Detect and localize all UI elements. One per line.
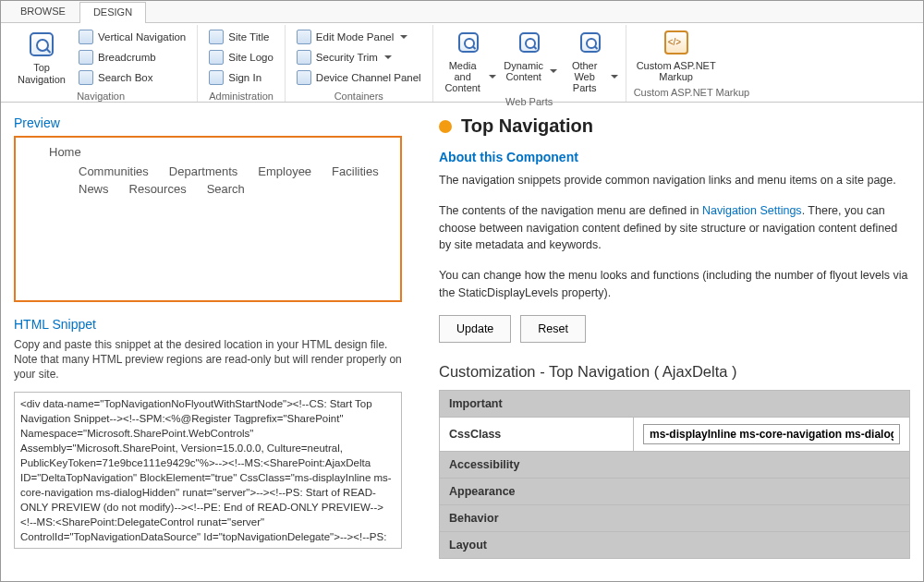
search-box-label: Search Box [98,72,152,83]
ribbon-tabs: BROWSE DESIGN [1,1,923,23]
about-paragraph: You can change how the menu looks and fu… [439,267,910,302]
preview-box: Home Communities Departments Employee Fa… [14,136,402,302]
square-icon [297,30,311,44]
top-navigation-label: Top Navigation [12,62,71,85]
site-logo-label: Site Logo [228,52,274,63]
media-content-button[interactable]: Media and Content [441,27,496,93]
search-box-button[interactable]: Search Box [75,67,189,88]
vertical-navigation-label: Vertical Navigation [98,31,186,42]
markup-icon [664,30,688,55]
about-paragraph: The contents of the navigation menu are … [439,202,910,254]
chevron-down-icon [489,75,496,79]
component-title: Top Navigation [439,115,910,137]
preview-link[interactable]: Facilities [332,164,379,178]
cssclass-input[interactable] [643,424,900,444]
square-icon [209,50,224,65]
property-name-cssclass: CssClass [440,417,634,451]
ribbon-group-containers: Edit Mode Panel Security Trim Device Cha… [286,25,433,102]
magnifier-icon [458,32,479,53]
vertical-navigation-button[interactable]: Vertical Navigation [75,27,189,47]
html-snippet-description: Copy and paste this snippet at the desir… [14,337,402,382]
chevron-down-icon [384,55,392,59]
preview-link[interactable]: Search [207,182,245,196]
custom-aspnet-markup-button[interactable]: Custom ASP.NET Markup [634,27,719,82]
chevron-down-icon [611,75,618,79]
square-icon [297,50,311,65]
property-group-accessibility[interactable]: Accessibility [440,451,910,478]
ribbon-group-title-containers: Containers [293,88,425,105]
ribbon: Top Navigation Vertical Navigation Bread… [1,23,923,103]
site-title-label: Site Title [228,31,269,42]
chevron-down-icon [550,69,557,73]
about-paragraph: The navigation snippets provide common n… [439,172,910,189]
square-icon [79,30,93,44]
other-web-parts-button[interactable]: Other Web Parts [563,27,618,93]
square-icon [209,30,224,44]
reset-button[interactable]: Reset [520,315,586,343]
update-button[interactable]: Update [439,315,511,343]
ribbon-group-webparts: Media and Content Dynamic Content Other … [433,25,626,102]
ribbon-group-administration: Site Title Site Logo Sign In Administrat… [198,25,286,102]
preview-link[interactable]: Employee [258,164,311,178]
preview-link[interactable]: Departments [169,164,237,178]
property-group-appearance[interactable]: Appearance [440,478,910,504]
square-icon [297,70,311,85]
tab-design[interactable]: DESIGN [79,2,146,23]
preview-link[interactable]: Communities [79,164,149,178]
site-title-button[interactable]: Site Title [205,27,277,47]
custom-aspnet-markup-label: Custom ASP.NET Markup [634,60,719,82]
component-title-text: Top Navigation [461,115,593,137]
sign-in-label: Sign In [228,72,261,83]
html-snippet-textarea[interactable] [14,392,402,549]
bullet-icon [439,120,452,133]
property-group-important[interactable]: Important [440,390,910,417]
ribbon-group-navigation: Top Navigation Vertical Navigation Bread… [5,25,198,102]
property-table: Important CssClass Accessibility Appeara… [439,390,910,560]
magnifier-icon [519,32,540,53]
media-content-label: Media and Content [441,60,485,93]
ribbon-group-aspnet: Custom ASP.NET Markup Custom ASP.NET Mar… [626,25,758,102]
tab-browse[interactable]: BROWSE [6,1,79,22]
chevron-down-icon [400,35,407,39]
device-channel-panel-label: Device Channel Panel [316,72,421,83]
breadcrumb-button[interactable]: Breadcrumb [75,47,189,67]
magnifier-icon [580,32,601,53]
about-component-heading: About this Component [439,150,910,164]
ribbon-group-title-webparts: Web Parts [441,93,618,111]
edit-mode-panel-label: Edit Mode Panel [316,31,394,42]
magnifier-icon [30,32,54,56]
html-snippet-heading: HTML Snippet [14,317,402,332]
dynamic-content-button[interactable]: Dynamic Content [502,27,557,82]
preview-home-link[interactable]: Home [32,145,383,159]
site-logo-button[interactable]: Site Logo [205,47,277,67]
property-group-misc[interactable]: Misc [440,558,910,559]
device-channel-panel-button[interactable]: Device Channel Panel [293,67,425,88]
property-group-layout[interactable]: Layout [440,531,910,558]
ribbon-group-title-aspnet: Custom ASP.NET Markup [634,84,750,102]
sign-in-button[interactable]: Sign In [205,67,277,88]
security-trim-button[interactable]: Security Trim [293,47,425,67]
customization-heading: Customization - Top Navigation ( AjaxDel… [439,363,910,381]
preview-link[interactable]: News [79,182,109,196]
square-icon [79,70,93,85]
other-web-parts-label: Other Web Parts [563,60,607,93]
property-group-behavior[interactable]: Behavior [440,504,910,531]
navigation-settings-link[interactable]: Navigation Settings [702,204,802,217]
preview-heading: Preview [14,115,402,130]
edit-mode-panel-button[interactable]: Edit Mode Panel [293,27,425,47]
security-trim-label: Security Trim [316,52,378,63]
square-icon [79,50,93,65]
ribbon-group-title-navigation: Navigation [12,88,189,105]
dynamic-content-label: Dynamic Content [502,60,546,82]
ribbon-group-title-admin: Administration [205,88,277,105]
breadcrumb-label: Breadcrumb [98,52,156,63]
top-navigation-button[interactable]: Top Navigation [12,27,71,87]
preview-link[interactable]: Resources [129,182,187,196]
about-text: The contents of the navigation menu are … [439,204,702,217]
square-icon [209,70,224,85]
